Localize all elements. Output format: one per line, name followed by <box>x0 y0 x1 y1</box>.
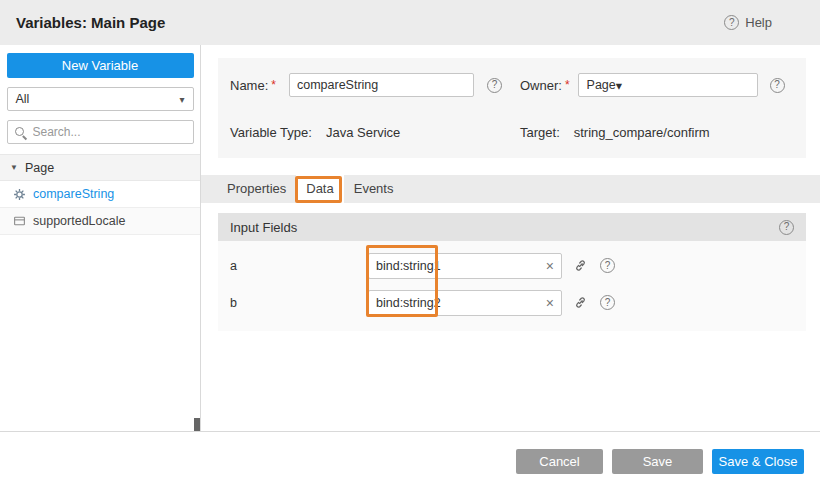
link-icon[interactable] <box>573 295 588 310</box>
detail-tabs: Properties Data Events <box>201 175 820 203</box>
input-fields-rows: a × ? b × ? <box>218 241 806 331</box>
tree-group-label: Page <box>25 161 54 175</box>
input-fields-header: Input Fields ? <box>218 213 806 241</box>
clear-icon[interactable]: × <box>546 258 554 274</box>
tab-properties[interactable]: Properties <box>217 175 296 203</box>
variable-type-label: Variable Type: <box>230 125 312 140</box>
bind-value-input[interactable] <box>376 296 542 310</box>
cancel-button[interactable]: Cancel <box>516 449 603 474</box>
filter-dropdown[interactable]: All ▾ <box>7 87 194 111</box>
help-button[interactable]: ? Help <box>724 15 772 30</box>
help-icon: ? <box>724 15 739 30</box>
field-row-a: a × ? <box>218 247 806 284</box>
field-label: a <box>230 259 368 273</box>
target-label: Target: <box>520 125 560 140</box>
required-marker: * <box>565 78 570 92</box>
help-icon[interactable]: ? <box>487 78 502 93</box>
field-label: b <box>230 296 368 310</box>
tree-group-page[interactable]: ▼ Page <box>0 154 200 181</box>
variables-dialog: Variables: Main Page ? Help New Variable… <box>0 0 820 490</box>
clear-icon[interactable]: × <box>546 295 554 311</box>
name-input[interactable] <box>289 73 474 97</box>
owner-selected-value: Page <box>587 78 616 92</box>
search-icon <box>15 126 27 138</box>
search-input[interactable] <box>33 125 186 139</box>
variable-type-value: Java Service <box>326 125 400 140</box>
bind-input-a[interactable]: × <box>368 253 562 279</box>
tree-item-comparestring[interactable]: compareString <box>0 181 200 208</box>
new-variable-button[interactable]: New Variable <box>7 53 194 78</box>
gear-icon <box>13 188 26 201</box>
save-and-close-button[interactable]: Save & Close <box>712 449 804 474</box>
help-icon[interactable]: ? <box>770 78 785 93</box>
help-icon[interactable]: ? <box>600 295 615 310</box>
field-row-b: b × ? <box>218 284 806 321</box>
locale-icon <box>13 215 26 228</box>
link-icon[interactable] <box>573 258 588 273</box>
bind-value-input[interactable] <box>376 259 542 273</box>
dialog-footer: Cancel Save Save & Close <box>0 431 820 490</box>
owner-label: Owner: <box>520 78 562 93</box>
variable-form-panel: Name:* ? Owner:* Page ▾ ? Variable Type:… <box>218 58 806 158</box>
tab-events[interactable]: Events <box>344 175 404 203</box>
search-box[interactable] <box>7 120 194 144</box>
tree-item-label: compareString <box>33 187 114 201</box>
owner-dropdown[interactable]: Page ▾ <box>578 73 758 97</box>
main-content: Name:* ? Owner:* Page ▾ ? Variable Type:… <box>201 45 820 431</box>
dialog-header: Variables: Main Page ? Help <box>0 0 820 45</box>
sidebar: New Variable All ▾ ▼ Page compareString <box>0 45 201 431</box>
tree-item-label: supportedLocale <box>33 214 125 228</box>
target-value: string_compare/confirm <box>574 125 710 140</box>
scrollbar-thumb[interactable] <box>194 418 200 431</box>
name-label: Name: <box>230 78 268 93</box>
required-marker: * <box>271 78 276 92</box>
collapse-icon: ▼ <box>10 163 18 172</box>
variables-tree: ▼ Page compareString supportedLocale <box>0 154 200 235</box>
chevron-down-icon: ▾ <box>616 78 622 93</box>
tab-data[interactable]: Data <box>296 175 343 203</box>
tree-item-supportedlocale[interactable]: supportedLocale <box>0 208 200 235</box>
filter-selected-value: All <box>16 92 30 106</box>
chevron-down-icon: ▾ <box>179 94 184 105</box>
help-icon[interactable]: ? <box>600 258 615 273</box>
help-label: Help <box>745 15 772 30</box>
help-icon[interactable]: ? <box>779 220 794 235</box>
bind-input-b[interactable]: × <box>368 290 562 316</box>
save-button[interactable]: Save <box>612 449 703 474</box>
input-fields-title: Input Fields <box>230 220 297 235</box>
page-title: Variables: Main Page <box>16 14 165 31</box>
